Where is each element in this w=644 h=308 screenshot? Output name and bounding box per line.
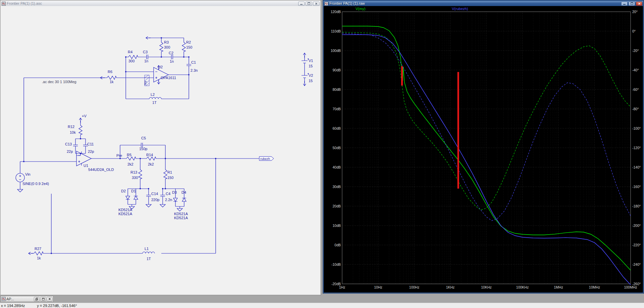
component-V2[interactable] xyxy=(302,73,309,80)
schematic-label: C3 xyxy=(143,50,148,54)
maximize-button[interactable] xyxy=(40,297,46,301)
component-R4[interactable] xyxy=(127,55,139,59)
schematic-label: D3 xyxy=(172,190,177,194)
restore-button[interactable] xyxy=(34,297,40,301)
net-port-rubezh[interactable]: rubezh xyxy=(259,157,274,161)
schematic-canvas[interactable]: .ac dec 30 1 100MegR4300C31nR3300R2150C2… xyxy=(1,6,320,294)
component-Vin[interactable] xyxy=(16,173,24,182)
waveform-plot-area[interactable]: 120dB110dB100dB90dB80dB70dB60dB50dB40dB3… xyxy=(324,6,643,293)
schematic-labels: .ac dec 30 1 100MegR4300C31nR3300R2150C2… xyxy=(22,40,313,261)
component-R3[interactable] xyxy=(160,41,163,53)
maximize-button[interactable] xyxy=(629,2,635,6)
schematic-label: KD521A xyxy=(118,208,132,212)
component-V1[interactable] xyxy=(302,58,309,65)
y-axis-right-label: -140° xyxy=(632,165,641,169)
y-axis-right-label: -60° xyxy=(632,87,639,91)
ltspice-icon xyxy=(324,2,328,6)
close-button[interactable] xyxy=(313,2,319,6)
ltspice-icon xyxy=(2,297,6,301)
component-D4[interactable] xyxy=(182,196,186,203)
schematic-label: R1 xyxy=(167,170,172,174)
y-axis-right-label: -200° xyxy=(632,224,641,228)
minimized-window[interactable]: AP... xyxy=(1,296,53,302)
component-C4[interactable] xyxy=(160,192,165,200)
schematic-label: .ac dec 30 1 100Meg xyxy=(42,80,76,84)
schematic-label: 2.3n xyxy=(191,68,198,72)
schematic-label: KD521A xyxy=(174,212,188,216)
schematic-label: V2 xyxy=(309,73,313,77)
schematic-label: SINE(0 0.9 2e4) xyxy=(22,182,49,186)
component-R2[interactable] xyxy=(182,41,185,53)
x-axis-label: 1MHz xyxy=(554,285,563,289)
component-gnd-c14[interactable] xyxy=(146,202,151,207)
y-axis-left-label: 90dB xyxy=(332,68,341,72)
component-U2[interactable] xyxy=(154,67,168,82)
component-C14[interactable] xyxy=(146,192,151,200)
component-D1[interactable] xyxy=(134,194,138,201)
component-R5[interactable] xyxy=(125,157,137,160)
legend-v-my[interactable]: V(my) xyxy=(356,7,365,11)
schematic-label: 2k2 xyxy=(148,162,154,166)
schematic-label: C11 xyxy=(87,142,94,146)
close-button[interactable] xyxy=(47,297,52,301)
component-R14[interactable] xyxy=(145,157,157,160)
cursor-y-readout: y = 29.227dB, -161.546° xyxy=(37,304,77,308)
schematic-window-titlebar[interactable]: Frontier PA(1) (1).asc xyxy=(1,1,320,6)
component-R1[interactable] xyxy=(164,168,167,180)
component-flag-r27[interactable] xyxy=(29,252,33,255)
component-flag-top[interactable] xyxy=(146,37,151,39)
component-gnd-c4[interactable] xyxy=(160,202,165,207)
component-C2[interactable] xyxy=(168,55,176,59)
y-axis-left-label: 30dB xyxy=(332,185,341,189)
component-flag-r6[interactable] xyxy=(100,76,105,79)
component-C3[interactable] xyxy=(143,55,151,59)
component-C13[interactable] xyxy=(73,141,78,149)
component-L2[interactable] xyxy=(149,98,161,99)
component-C1[interactable] xyxy=(186,61,191,69)
component-flag-v1[interactable] xyxy=(303,53,306,58)
component-L1[interactable] xyxy=(143,252,155,254)
schematic-label: 15 xyxy=(309,79,313,83)
x-axis-label: 100KHz xyxy=(516,285,529,289)
component-R13[interactable] xyxy=(139,168,142,180)
component-R12[interactable] xyxy=(79,124,82,136)
schematic-label: 220p xyxy=(151,198,159,202)
close-icon xyxy=(638,2,641,5)
restore-icon xyxy=(35,298,38,301)
waveform-window: Frontier PA(1) (1).raw 120dB110dB100dB90… xyxy=(323,0,644,294)
window-title: Frontier PA(1) (1).asc xyxy=(7,1,297,6)
component-gnd-vin[interactable] xyxy=(17,187,23,192)
schematic-label: D4 xyxy=(181,190,186,194)
net-flag-my[interactable]: my xyxy=(143,75,149,86)
status-bar: x = 194.285Hz y = 29.227dB, -161.546° xyxy=(0,303,644,308)
schematic-label: 2k2 xyxy=(127,162,133,166)
trace-V(my)[interactable] xyxy=(342,26,631,270)
plot-axis-labels: 120dB110dB100dB90dB80dB70dB60dB50dB40dB3… xyxy=(331,10,641,289)
minimize-button[interactable] xyxy=(621,2,628,6)
y-axis-left-label: 40dB xyxy=(332,165,341,169)
maximize-button[interactable] xyxy=(306,2,312,6)
y-axis-left-label: 120dB xyxy=(331,10,341,14)
component-D2[interactable] xyxy=(126,194,130,201)
schematic-label: 150 xyxy=(167,176,173,180)
schematic-label: V1 xyxy=(309,59,313,63)
schematic-label: 2.2n xyxy=(165,198,172,202)
close-button[interactable] xyxy=(636,2,642,6)
legend-v-rubezh[interactable]: V(rubezh) xyxy=(452,7,468,11)
component-flag-v2[interactable] xyxy=(303,81,306,86)
component-R27[interactable] xyxy=(33,252,45,255)
waveform-window-titlebar[interactable]: Frontier PA(1) (1).raw xyxy=(324,1,643,6)
y-axis-right-label: -100° xyxy=(632,126,641,130)
component-flag-plusv[interactable] xyxy=(79,118,82,123)
minimize-button[interactable] xyxy=(298,2,305,6)
schematic-label: 15 xyxy=(309,64,313,68)
component-R6[interactable] xyxy=(106,76,118,79)
component-gnd-d34[interactable] xyxy=(177,206,182,211)
schematic-label: 1T xyxy=(152,101,157,105)
schematic-label: 544UD2A_OLD xyxy=(88,168,114,172)
component-D3[interactable] xyxy=(173,196,177,203)
wires[interactable] xyxy=(20,38,305,253)
schematic-label: R3 xyxy=(164,40,169,44)
schematic-label: 10k xyxy=(70,130,76,134)
trace-V(rubezh) phase[interactable] xyxy=(342,33,631,221)
